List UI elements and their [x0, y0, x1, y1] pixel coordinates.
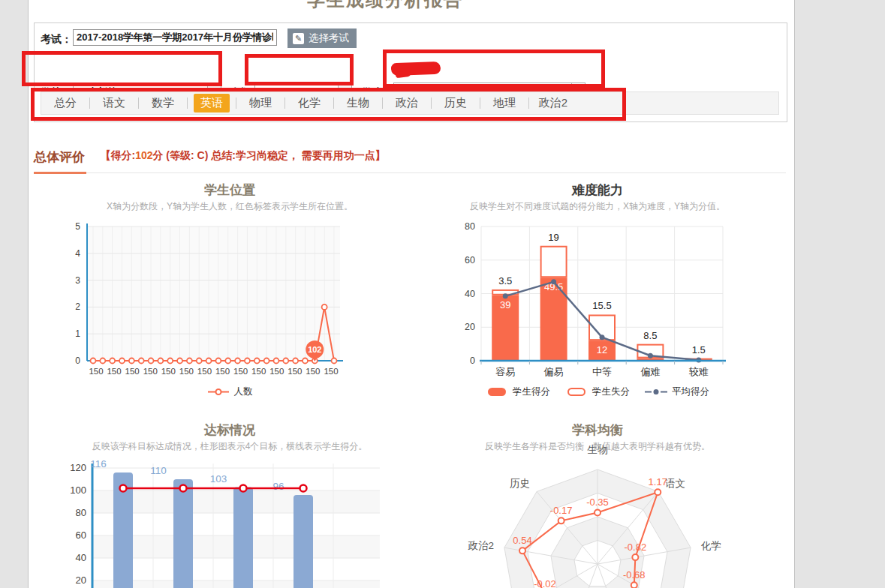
svg-text:39: 39 — [500, 299, 510, 310]
outline-swatch — [565, 387, 588, 397]
line-orange-swatch — [207, 387, 230, 397]
svg-text:116: 116 — [90, 458, 107, 470]
svg-text:偏易: 偏易 — [543, 366, 564, 377]
svg-text:40: 40 — [76, 552, 86, 563]
subject-balance-chart-box: 学科均衡 反映学生各学科是否均衡，数值越大表明学科越有优势。 -0.351.17… — [425, 422, 770, 588]
svg-text:1.5: 1.5 — [692, 344, 706, 356]
svg-text:150: 150 — [125, 367, 140, 376]
svg-text:0.54: 0.54 — [513, 535, 531, 546]
svg-text:20: 20 — [76, 574, 86, 586]
summary-text: 【得分:102分 (等级: C) 总结:学习尚稳定， 需要再用功一点】 — [100, 149, 385, 161]
svg-text:容易: 容易 — [495, 366, 515, 377]
svg-text:102: 102 — [308, 345, 321, 354]
svg-text:-0.17: -0.17 — [550, 505, 573, 516]
legend-item[interactable]: 人数 — [207, 386, 253, 398]
svg-text:语文: 语文 — [665, 478, 685, 489]
svg-text:0: 0 — [75, 356, 80, 366]
legend-label: 学生得分 — [513, 386, 550, 398]
solid-swatch — [486, 387, 508, 397]
svg-text:150: 150 — [161, 367, 176, 376]
edit-icon: ✎ — [293, 33, 304, 44]
legend-item[interactable]: 学生失分 — [565, 386, 630, 398]
chart-legend: 学生得分学生失分平均得分 — [425, 386, 770, 398]
exam-label: 考试： — [41, 33, 72, 46]
select-exam-button[interactable]: ✎ 选择考试 — [287, 28, 357, 48]
svg-text:150: 150 — [143, 367, 158, 376]
svg-text:-0.02: -0.02 — [534, 578, 556, 588]
svg-text:2: 2 — [75, 302, 80, 312]
svg-text:3.5: 3.5 — [498, 275, 512, 286]
legend-item[interactable]: 学生得分 — [486, 386, 550, 398]
score-value: 102 — [135, 149, 152, 161]
annotation-box — [31, 88, 626, 121]
svg-text:1: 1 — [75, 328, 80, 339]
legend-label: 学生失分 — [592, 386, 630, 398]
svg-text:3: 3 — [75, 275, 80, 286]
svg-text:150: 150 — [215, 367, 230, 376]
svg-text:150: 150 — [197, 367, 212, 376]
student-position-chart-box: 学生位置 X轴为分数段，Y轴为学生人数，红色标签表示学生所在位置。 012345… — [57, 182, 402, 406]
difficulty-ability-chart: 0204060803.5391949.515.5128.51.5容易偏易中等偏难… — [425, 213, 770, 384]
svg-text:150: 150 — [324, 367, 338, 376]
svg-text:20: 20 — [465, 322, 475, 332]
exam-input[interactable] — [73, 29, 277, 46]
chart-title: 达标情况 — [57, 422, 402, 439]
svg-text:120: 120 — [70, 462, 86, 473]
chart-subtitle: X轴为分数段，Y轴为学生人数，红色标签表示学生所在位置。 — [57, 200, 402, 213]
chart-legend: 人数 — [57, 386, 402, 398]
chart-title: 学生位置 — [57, 182, 402, 199]
page-title: 学生成绩分析报告 — [29, 0, 742, 12]
svg-text:80: 80 — [76, 507, 86, 518]
svg-text:100: 100 — [70, 484, 86, 496]
chart-subtitle: 反映学生各学科是否均衡，数值越大表明学科越有优势。 — [425, 440, 770, 453]
chart-subtitle: 反映该学科目标达成情况，柱形图表示4个目标，横线表示学生得分。 — [57, 440, 402, 453]
svg-text:-0.68: -0.68 — [623, 569, 646, 580]
svg-text:110: 110 — [150, 465, 167, 476]
svg-text:化学: 化学 — [701, 540, 721, 551]
avg-line-swatch — [645, 387, 667, 397]
svg-text:150: 150 — [107, 367, 121, 376]
legend-label: 平均得分 — [672, 386, 709, 398]
select-exam-button-label: 选择考试 — [309, 32, 349, 45]
chart-title: 学科均衡 — [425, 422, 770, 439]
svg-text:偏难: 偏难 — [640, 366, 660, 377]
svg-text:103: 103 — [210, 473, 227, 484]
section-title: 总体评价 — [34, 148, 86, 174]
svg-text:150: 150 — [233, 367, 248, 376]
annotation-box — [22, 51, 222, 86]
svg-text:96: 96 — [272, 481, 284, 492]
svg-text:政治2: 政治2 — [468, 540, 495, 551]
chart-subtitle: 反映学生对不同难度试题的得分能力，X轴为难度，Y轴为分值。 — [425, 200, 770, 213]
svg-text:历史: 历史 — [510, 478, 530, 489]
legend-label: 人数 — [234, 386, 253, 398]
svg-text:19: 19 — [548, 232, 558, 243]
difficulty-ability-chart-box: 难度能力 反映学生对不同难度试题的得分能力，X轴为难度，Y轴为分值。 02040… — [425, 182, 770, 406]
svg-text:150: 150 — [306, 367, 320, 376]
target-achievement-chart-box: 达标情况 反映该学科目标达成情况，柱形图表示4个目标，横线表示学生得分。 120… — [57, 422, 402, 588]
svg-text:0: 0 — [470, 356, 475, 366]
svg-text:80: 80 — [465, 221, 475, 232]
svg-text:60: 60 — [76, 530, 86, 541]
chart-title: 难度能力 — [425, 182, 770, 199]
target-achievement-chart: 1201008060402011611010396 — [57, 453, 402, 588]
svg-text:12: 12 — [597, 344, 607, 356]
svg-text:5: 5 — [75, 221, 80, 232]
svg-text:150: 150 — [251, 367, 266, 376]
svg-text:150: 150 — [287, 367, 302, 376]
svg-text:60: 60 — [465, 255, 475, 266]
svg-text:8.5: 8.5 — [643, 330, 657, 341]
annotation-box — [245, 54, 354, 86]
svg-text:-0.82: -0.82 — [625, 542, 647, 553]
svg-text:15.5: 15.5 — [592, 300, 611, 311]
legend-item[interactable]: 平均得分 — [645, 386, 709, 398]
svg-text:-0.35: -0.35 — [586, 496, 609, 508]
svg-text:150: 150 — [89, 367, 103, 376]
student-position-chart: 0123451501501501501501501501501501501501… — [57, 213, 402, 384]
overall-evaluation-section: 总体评价 【得分:102分 (等级: C) 总结:学习尚稳定， 需要再用功一点】 — [34, 148, 786, 173]
svg-text:4: 4 — [75, 248, 80, 259]
svg-text:中等: 中等 — [592, 366, 612, 377]
svg-text:较难: 较难 — [689, 366, 709, 377]
svg-text:40: 40 — [465, 289, 475, 299]
svg-text:150: 150 — [179, 367, 194, 376]
svg-text:150: 150 — [269, 367, 284, 376]
